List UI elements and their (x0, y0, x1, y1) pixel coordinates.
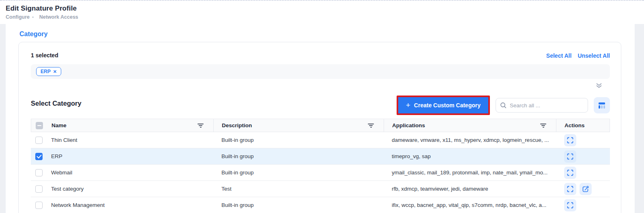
breadcrumb-network-access[interactable]: Network Access (39, 14, 78, 20)
table-header-row: Name Description Applications Actions (31, 119, 610, 132)
select-all-checkbox[interactable] (36, 122, 43, 129)
cell-name: Test category (47, 181, 213, 197)
cell-applications: ifix, wccp, bacnet_app, vital_qip, s7com… (384, 197, 556, 213)
expand-icon (567, 153, 573, 160)
search-box[interactable] (496, 98, 588, 113)
cell-applications: timepro_vg, sap (384, 148, 556, 164)
table-row-webmail[interactable]: Webmail Built-in group ymail_classic, ma… (31, 165, 610, 181)
column-chooser-button[interactable] (594, 97, 610, 113)
cell-description: Built-in group (213, 165, 384, 180)
expand-icon (567, 186, 573, 192)
search-input[interactable] (510, 102, 584, 109)
chip-remove-icon[interactable]: ✕ (53, 69, 57, 74)
annotation-highlight-box: + Create Custom Category (397, 96, 490, 115)
edit-icon (582, 185, 589, 193)
plus-icon: + (406, 101, 410, 109)
table-row-erp[interactable]: ERP Built-in group timepro_vg, sap (31, 148, 610, 165)
chip-label: ERP (41, 69, 51, 74)
page-title: Edit Signature Profile (6, 4, 644, 13)
page-header: Edit Signature Profile Configure- Networ… (0, 0, 644, 24)
select-all-link[interactable]: Select All (546, 52, 572, 59)
table-row-network-management[interactable]: Network Management Built-in group ifix, … (31, 197, 610, 213)
category-section-heading: Category (19, 30, 47, 38)
cell-applications: dameware, vmware, x11, ms_hyperv, xdmcp,… (384, 132, 556, 148)
filter-icon-name[interactable] (197, 124, 204, 128)
table-controls: + Create Custom Category (397, 96, 610, 115)
select-category-heading: Select Category (31, 100, 82, 107)
columns-icon (597, 101, 606, 110)
search-icon (500, 102, 507, 109)
expand-row-button[interactable] (564, 150, 576, 163)
filter-icon-applications[interactable] (540, 124, 546, 128)
table-row-test-category[interactable]: Test category Test rfb, xdmcp, teamviewe… (31, 181, 610, 197)
row-checkbox[interactable] (35, 169, 43, 176)
row-checkbox[interactable] (35, 185, 43, 193)
category-table: Name Description Applications Actions Th… (31, 119, 610, 213)
bulk-select-links: Select All Unselect All (546, 52, 610, 59)
content-panel: Category 1 selected Select All Unselect … (6, 24, 635, 213)
cell-applications: rfb, xdmcp, teamviewer, jedi, dameware (384, 181, 556, 197)
create-custom-category-button[interactable]: + Create Custom Category (398, 97, 488, 113)
cell-description: Built-in group (213, 197, 384, 213)
expand-icon (567, 202, 573, 209)
row-checkbox[interactable] (35, 153, 43, 160)
expand-row-button[interactable] (564, 199, 576, 211)
cell-name: Webmail (47, 165, 213, 180)
category-card: 1 selected Select All Unselect All ERP ✕… (18, 42, 621, 213)
cell-name: ERP (47, 148, 213, 164)
cell-description: Test (213, 181, 384, 197)
expand-row-button[interactable] (564, 134, 576, 146)
cell-description: Built-in group (213, 148, 384, 164)
cell-name: Thin Client (47, 132, 213, 148)
edit-row-button[interactable] (580, 183, 592, 195)
column-header-name: Name (52, 122, 67, 128)
create-custom-category-label: Create Custom Category (414, 102, 481, 109)
row-checkbox[interactable] (35, 137, 43, 144)
chevron-double-down-icon[interactable] (595, 81, 603, 89)
unselect-all-link[interactable]: Unselect All (577, 52, 610, 59)
cell-name: Network Management (47, 197, 213, 213)
expand-icon (567, 137, 573, 143)
selected-chip-erp[interactable]: ERP ✕ (36, 67, 61, 76)
cell-applications: ymail_classic, mail_189, protonmail, imp… (384, 165, 556, 180)
breadcrumb: Configure- Network Access (6, 14, 644, 20)
expand-row-button[interactable] (564, 167, 576, 179)
table-row-thin-client[interactable]: Thin Client Built-in group dameware, vmw… (31, 132, 610, 148)
row-checkbox[interactable] (35, 202, 43, 209)
expand-icon (567, 170, 573, 176)
filter-icon-description[interactable] (368, 124, 374, 128)
column-header-actions: Actions (565, 122, 585, 128)
cell-description: Built-in group (213, 132, 384, 148)
expand-row-button[interactable] (564, 183, 576, 195)
selected-count-label: 1 selected (31, 52, 58, 59)
breadcrumb-configure[interactable]: Configure (6, 14, 30, 20)
column-header-applications: Applications (392, 122, 425, 128)
selected-chips-strip: ERP ✕ (31, 64, 610, 79)
column-header-description: Description (222, 122, 252, 128)
breadcrumb-separator: - (32, 14, 34, 20)
